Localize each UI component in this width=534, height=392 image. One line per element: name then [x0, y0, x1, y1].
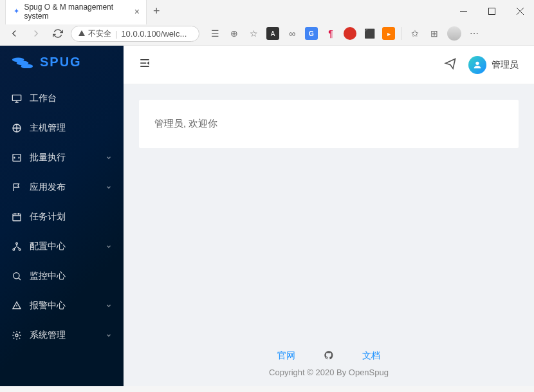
github-icon[interactable]: [324, 350, 334, 362]
profile-avatar[interactable]: [447, 26, 461, 41]
monitor-icon: [12, 271, 22, 281]
sidebar-item-code[interactable]: 批量执行: [0, 143, 124, 173]
sidebar-item-desktop[interactable]: 工作台: [0, 84, 124, 113]
svg-point-9: [16, 243, 18, 245]
sidebar-item-flag[interactable]: 应用发布: [0, 173, 124, 202]
extension-icon[interactable]: ▸: [382, 27, 395, 40]
alert-icon: [12, 301, 22, 311]
logo-icon: [12, 55, 33, 70]
chevron-down-icon: [106, 301, 112, 311]
chevron-down-icon: [106, 241, 112, 252]
window-maximize-button[interactable]: [477, 1, 506, 21]
sidebar-item-label: 报警中心: [30, 300, 66, 312]
welcome-card: 管理员, 欢迎你: [139, 100, 519, 148]
sidebar-item-deployment[interactable]: 配置中心: [0, 232, 124, 261]
horizontal-scrollbar[interactable]: [0, 386, 534, 392]
schedule-icon: [12, 212, 22, 222]
sidebar-item-monitor[interactable]: 监控中心: [0, 261, 124, 291]
chevron-down-icon: [106, 330, 112, 341]
extension-icon[interactable]: ∞: [286, 27, 299, 40]
browser-refresh-button[interactable]: [49, 24, 67, 42]
footer-link-site[interactable]: 官网: [277, 350, 295, 362]
footer-link-docs[interactable]: 文档: [362, 350, 380, 362]
window-close-button[interactable]: [506, 1, 534, 21]
window-minimize-button[interactable]: [449, 1, 477, 21]
sidebar-item-setting[interactable]: 系统管理: [0, 321, 124, 350]
svg-point-13: [15, 334, 18, 337]
tab-close-icon[interactable]: ×: [134, 6, 140, 17]
sidebar-item-cloud-server[interactable]: 主机管理: [0, 113, 124, 143]
svg-point-11: [19, 248, 21, 250]
sidebar-item-label: 工作台: [30, 93, 57, 104]
user-name-label: 管理员: [492, 59, 519, 71]
browser-menu-icon[interactable]: ⋯: [468, 27, 481, 40]
extension-icon[interactable]: [344, 27, 356, 40]
favorites-icon[interactable]: ✩: [409, 27, 421, 40]
sidebar-collapse-button[interactable]: [139, 57, 151, 72]
setting-icon: [12, 330, 22, 341]
sidebar-item-alert[interactable]: 报警中心: [0, 291, 124, 321]
browser-forward-button[interactable]: [27, 24, 45, 42]
svg-rect-8: [13, 214, 21, 221]
sidebar-item-label: 系统管理: [30, 330, 66, 341]
tab-favicon: ✦: [12, 7, 20, 16]
user-menu[interactable]: 管理员: [468, 56, 519, 74]
svg-rect-0: [488, 8, 495, 14]
notification-icon[interactable]: [444, 57, 457, 73]
sidebar: SPUG 工作台主机管理批量执行应用发布任务计划配置中心监控中心报警中心系统管理: [0, 46, 124, 392]
collections-icon[interactable]: ⊞: [428, 27, 441, 40]
sidebar-item-label: 主机管理: [30, 122, 66, 134]
svg-point-4: [21, 64, 33, 68]
chevron-down-icon: [106, 153, 112, 163]
deployment-icon: [12, 241, 22, 252]
sidebar-item-label: 监控中心: [30, 270, 66, 282]
app-footer: 官网 文档 Copyright © 2020 By OpenSpug: [124, 341, 534, 392]
sidebar-item-label: 批量执行: [30, 152, 66, 163]
browser-back-button[interactable]: [5, 24, 23, 42]
sidebar-item-label: 应用发布: [30, 182, 66, 193]
flag-icon: [12, 182, 22, 192]
svg-rect-5: [12, 95, 21, 101]
desktop-icon: [12, 93, 22, 104]
welcome-message: 管理员, 欢迎你: [154, 118, 217, 129]
sidebar-item-schedule[interactable]: 任务计划: [0, 202, 124, 232]
extension-icon[interactable]: ⬛: [363, 27, 376, 40]
chevron-down-icon: [106, 182, 112, 192]
app-header: 管理员: [124, 46, 534, 84]
sidebar-item-label: 配置中心: [30, 241, 66, 252]
user-avatar-icon: [468, 56, 486, 74]
tab-title: Spug O & M management system: [24, 3, 126, 21]
svg-point-10: [13, 248, 15, 250]
extension-icon[interactable]: ¶: [324, 27, 337, 40]
copyright-text: Copyright © 2020 By OpenSpug: [124, 368, 534, 377]
browser-tab[interactable]: ✦ Spug O & M management system ×: [5, 0, 147, 24]
sidebar-item-label: 任务计划: [30, 211, 66, 223]
new-tab-button[interactable]: +: [147, 5, 167, 18]
svg-point-14: [475, 61, 479, 64]
app-logo[interactable]: SPUG: [0, 46, 124, 79]
cloud-server-icon: [12, 123, 22, 133]
logo-text: SPUG: [40, 55, 82, 70]
translate-icon[interactable]: G: [305, 27, 318, 40]
code-icon: [12, 153, 22, 163]
svg-point-12: [14, 273, 19, 279]
insecure-badge: 不安全: [78, 28, 111, 39]
